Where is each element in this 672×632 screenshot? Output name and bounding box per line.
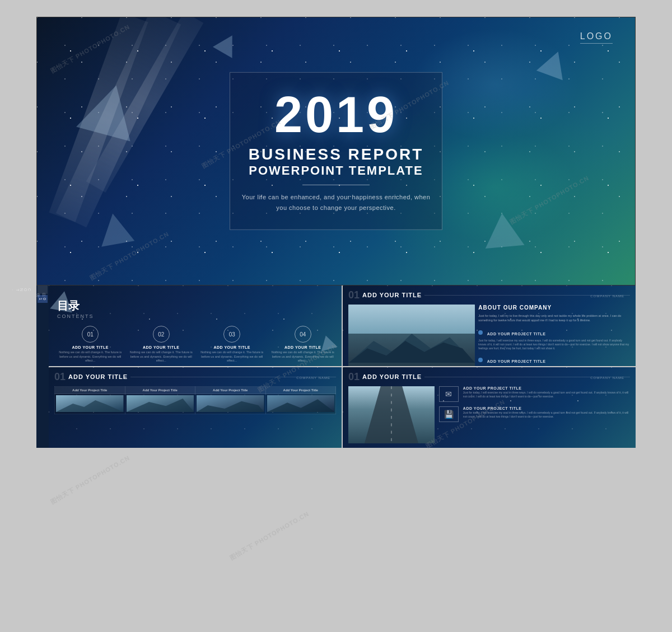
- content-item-1: 01 ADD YOUR TITLE Nothing we can do will…: [57, 326, 124, 363]
- about-project-1: ADD YOUR PROJECT TITLE Just for today, I…: [478, 327, 630, 350]
- icon-item-title-1: ADD YOUR PROJECT TITLE: [463, 386, 630, 390]
- content-item-text-3: Nothing we can do will change it. The fu…: [199, 350, 265, 363]
- about-section-header: 01 ADD YOUR TITLE: [348, 290, 630, 300]
- contents-title-cn: 目录: [57, 298, 336, 313]
- project-title-1: ADD YOUR PROJECT TITLE: [487, 332, 546, 336]
- triangle-2: [96, 210, 135, 247]
- content-num-4: 04: [295, 326, 311, 343]
- project-table: Add Your Project Title Add Your Project …: [54, 386, 336, 414]
- icon-box-2: 💾: [439, 406, 459, 422]
- icon-company-name: COMPANY NAME: [590, 376, 624, 380]
- hero-slide: LOGO 2019 BUSINESS REPORT POWERPOINT TEM…: [36, 17, 636, 285]
- icon-section-header: 01 ADD YOUR TITLE: [348, 372, 630, 382]
- content-item-title-3: ADD YOUR TITLE: [199, 345, 265, 349]
- content-num-2: 02: [153, 326, 170, 343]
- indicator-01: 01: [38, 295, 48, 303]
- about-slide: 01 ADD YOUR TITLE COMPANY NAME: [343, 285, 636, 366]
- project-icon-2: [478, 358, 483, 362]
- bottom-slides-grid: 目录 CONTENTS 01 ADD YOUR TITLE Nothing we…: [49, 285, 636, 448]
- icon-item-2: 💾 ADD YOUR PROJECT TITLE Just for today,…: [439, 406, 630, 422]
- hero-divider: [302, 185, 370, 185]
- table-company-name: COMPANY NAME: [296, 376, 330, 380]
- content-num-1: 01: [82, 326, 99, 343]
- main-wrapper: LOGO 2019 BUSINESS REPORT POWERPOINT TEM…: [36, 17, 636, 616]
- icon-items-list: ✉ ADD YOUR PROJECT TITLE Just for today,…: [439, 386, 630, 443]
- project-icon-1: [478, 330, 483, 335]
- icon-slide: 01 ADD YOUR TITLE COMPANY NAME: [343, 367, 636, 448]
- save-icon: 💾: [444, 410, 454, 419]
- contents-items: 01 ADD YOUR TITLE Nothing we can do will…: [57, 326, 336, 363]
- table-section-header: 01 ADD YOUR TITLE: [54, 372, 336, 382]
- hero-year: 2019: [241, 90, 431, 140]
- project-text-1: Just for today, I will exercise my soul …: [478, 339, 630, 350]
- icon-section-title: ADD YOUR TITLE: [362, 373, 422, 380]
- content-item-2: 02 ADD YOUR TITLE Nothing we can do will…: [128, 326, 195, 363]
- bottom-slides-area: 目录CONT. 01 目录 CONTENTS 01 ADD YOUR TITLE: [36, 285, 636, 448]
- table-col-1: Add Your Project Title: [55, 387, 125, 394]
- table-img-3: [195, 394, 266, 414]
- icon-item-title-2: ADD YOUR PROJECT TITLE: [463, 406, 630, 410]
- about-section-title: ADD YOUR TITLE: [362, 292, 422, 298]
- left-side-indicator: 目录CONT. 01: [36, 285, 49, 448]
- table-img-4: [265, 394, 336, 414]
- project-text-2: Just for today, I will exercise my soul …: [478, 366, 630, 367]
- content-item-3: 03 ADD YOUR TITLE Nothing we can do will…: [199, 326, 265, 363]
- icon-content-1: ADD YOUR PROJECT TITLE Just for today, I…: [463, 386, 630, 399]
- indicator-contents: 目录CONT.: [38, 285, 48, 294]
- about-description: Just for today, I will try to live throu…: [478, 313, 630, 323]
- content-item-4: 04 ADD YOUR TITLE Nothing we can do will…: [270, 326, 337, 363]
- hero-title-line2: POWERPOINT TEMPLATE: [241, 163, 431, 178]
- about-company-title: ABOUT OUR COMPANY: [478, 305, 630, 311]
- content-item-title-2: ADD YOUR TITLE: [128, 345, 195, 349]
- icon-box-1: ✉: [439, 386, 459, 402]
- table-section-title: ADD YOUR TITLE: [68, 373, 128, 380]
- icon-item-1: ✉ ADD YOUR PROJECT TITLE Just for today,…: [439, 386, 630, 402]
- hero-title-line1: BUSINESS REPORT: [241, 146, 431, 163]
- about-image: [348, 305, 475, 366]
- road-image: [348, 386, 435, 443]
- content-item-title-4: ADD YOUR TITLE: [270, 345, 337, 349]
- table-section-num: 01: [54, 372, 66, 382]
- icon-slide-content: ✉ ADD YOUR PROJECT TITLE Just for today,…: [348, 386, 630, 443]
- logo: LOGO: [580, 31, 613, 44]
- about-content-area: ABOUT OUR COMPANY Just for today, I will…: [348, 305, 630, 366]
- icon-item-text-1: Just for today, I will exercise my soul …: [463, 391, 630, 399]
- table-img-1: [55, 394, 125, 414]
- about-project-2: ADD YOUR PROJECT TITLE Just for today, I…: [478, 355, 630, 367]
- contents-slide: 目录 CONTENTS 01 ADD YOUR TITLE Nothing we…: [49, 285, 342, 366]
- table-col-2: Add Your Project Title: [125, 387, 195, 394]
- icon-section-num: 01: [348, 372, 360, 382]
- triangle-4: [483, 212, 525, 249]
- content-item-text-2: Nothing we can do will change it. The fu…: [128, 350, 195, 363]
- table-col-4: Add Your Project Title: [265, 387, 336, 394]
- contents-title-en: CONTENTS: [57, 313, 336, 319]
- road-svg: [348, 386, 435, 443]
- about-text-content: ABOUT OUR COMPANY Just for today, I will…: [478, 305, 630, 366]
- content-item-title-1: ADD YOUR TITLE: [57, 345, 124, 349]
- icon-content-2: ADD YOUR PROJECT TITLE Just for today, I…: [463, 406, 630, 419]
- icon-item-text-2: Just for today, I will exercise my soul …: [463, 411, 630, 419]
- content-item-text-4: Nothing we can do will change it. The fu…: [270, 350, 337, 363]
- hero-subtitle: Your life can be enhanced, and your happ…: [241, 192, 431, 213]
- table-img-2: [125, 394, 195, 414]
- content-item-text-1: Nothing we can do will change it. The fu…: [57, 350, 124, 363]
- mountain-svg: [348, 326, 475, 363]
- email-icon: ✉: [445, 390, 452, 399]
- content-num-3: 03: [223, 326, 240, 343]
- about-company-name: COMPANY NAME: [590, 294, 624, 298]
- hero-content-box: 2019 BUSINESS REPORT POWERPOINT TEMPLATE…: [230, 72, 442, 230]
- table-col-3: Add Your Project Title: [195, 387, 266, 394]
- table-slide: 01 ADD YOUR TITLE COMPANY NAME Add Your …: [49, 367, 342, 448]
- about-section-num: 01: [348, 290, 360, 300]
- project-title-2: ADD YOUR PROJECT TITLE: [487, 359, 546, 363]
